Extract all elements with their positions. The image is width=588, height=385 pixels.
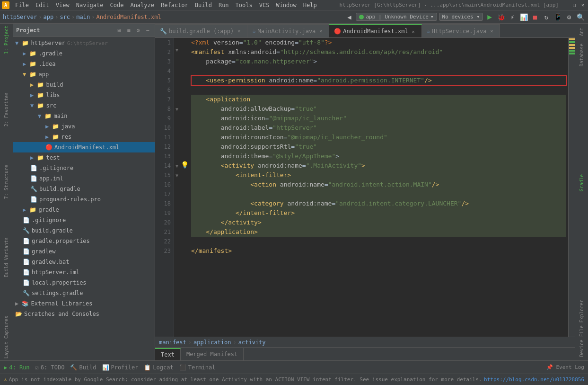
fold-application[interactable]: ▼: [174, 104, 180, 114]
tree-item-androidmanifest[interactable]: 🔴 AndroidManifest.xml: [13, 142, 155, 152]
tree-item-build[interactable]: ▶ 📁 build: [13, 80, 155, 90]
tab-close-httpservice[interactable]: ✕: [488, 28, 495, 35]
database-panel-toggle[interactable]: Database: [575, 40, 588, 70]
sdk-manager-button[interactable]: ⚙: [564, 12, 574, 22]
tree-item-test[interactable]: ▶ 📁 test: [13, 152, 155, 163]
tab-close-build-gradle[interactable]: ✕: [236, 28, 242, 35]
logcat-button[interactable]: 📋 Logcat: [144, 364, 173, 371]
menu-edit[interactable]: Edit: [33, 1, 52, 9]
settings-icon[interactable]: ≡: [124, 26, 133, 35]
menu-window[interactable]: Window: [273, 1, 299, 9]
bulb-icon[interactable]: 💡: [181, 161, 189, 169]
tree-item-app-iml[interactable]: 📄 app.iml: [13, 173, 155, 184]
tree-item-gradle-folder[interactable]: ▶ 📁 gradle: [13, 205, 155, 215]
menu-help[interactable]: Help: [300, 1, 320, 9]
menu-vcs[interactable]: VCS: [256, 1, 272, 9]
tree-item-app-gitignore[interactable]: 📄 .gitignore: [13, 163, 155, 173]
scrollbar-right[interactable]: [568, 38, 575, 337]
tree-item-settingsgradle[interactable]: 🔧 settings.gradle: [13, 288, 155, 298]
device-selector[interactable]: No devices ▾: [439, 13, 483, 21]
tree-item-libs[interactable]: ▶ 📁 libs: [13, 90, 155, 100]
close-button[interactable]: ✕: [579, 2, 586, 9]
sync-button[interactable]: ↻: [542, 12, 551, 22]
project-panel-toggle[interactable]: 1: Project: [0, 24, 13, 56]
menu-analyze[interactable]: Analyze: [127, 1, 157, 9]
code-content[interactable]: <?xml version="1.0" encoding="utf-8"?> <…: [189, 38, 568, 337]
tab-close-androidmanifest[interactable]: ✕: [410, 28, 417, 35]
menu-build[interactable]: Build: [192, 1, 215, 9]
tab-close-mainactivity[interactable]: ✕: [317, 28, 324, 35]
tree-item-localprops[interactable]: 📄 local.properties: [13, 278, 155, 288]
menu-view[interactable]: View: [53, 1, 72, 9]
tree-item-java[interactable]: ▶ 📁 java: [13, 121, 155, 132]
todo-button[interactable]: ☑ 6: TODO: [35, 364, 65, 371]
tab-httpservice[interactable]: ☕ HttpService.java ✕: [422, 24, 500, 37]
fold-intent-filter[interactable]: ▼: [174, 170, 180, 180]
minimize-panel-icon[interactable]: −: [143, 26, 152, 35]
menu-tools[interactable]: Tools: [233, 1, 255, 9]
tree-item-proguard[interactable]: 📄 proguard-rules.pro: [13, 194, 155, 205]
run-status-button[interactable]: ▶ 4: Run: [4, 364, 30, 371]
tree-item-app[interactable]: ▼ 📁 app: [13, 69, 155, 80]
profiler-button[interactable]: 📊 Profiler: [102, 364, 139, 371]
debug-button[interactable]: 🐞: [496, 12, 506, 22]
tree-item-httpserveriml[interactable]: 📄 httpServer.iml: [13, 267, 155, 278]
tree-item-external-libs[interactable]: ▶ 📚 External Libraries: [13, 298, 155, 309]
breadcrumb-src[interactable]: src: [60, 14, 70, 20]
tab-androidmanifest[interactable]: 🔴 AndroidManifest.xml ✕: [329, 24, 421, 37]
search-button[interactable]: 🔍: [576, 12, 585, 22]
structure-panel-toggle[interactable]: 7: Structure: [0, 163, 13, 201]
breadcrumb-manifest[interactable]: AndroidManifest.xml: [96, 14, 161, 20]
menu-run[interactable]: Run: [216, 1, 232, 9]
tree-root-httpserver[interactable]: ▼ 📁 httpServer G:\httpServer: [13, 38, 155, 48]
fold-manifest[interactable]: ▼: [174, 47, 180, 66]
menu-code[interactable]: Code: [107, 1, 127, 9]
tree-item-gradleprops[interactable]: 📄 gradle.properties: [13, 236, 155, 246]
tree-item-src[interactable]: ▼ 📁 src: [13, 100, 155, 111]
tree-item-res[interactable]: ▶ 📁 res: [13, 132, 155, 142]
avd-manager-button[interactable]: 📱: [553, 12, 562, 22]
gradle-panel-toggle[interactable]: Gradle: [575, 170, 588, 195]
breadcrumb-httpserver[interactable]: httpServer: [3, 14, 37, 20]
event-log-button[interactable]: 📌 Event Log: [546, 364, 584, 370]
tree-item-main[interactable]: ▼ 📁 main: [13, 111, 155, 121]
maximize-button[interactable]: □: [571, 2, 578, 9]
bottom-breadcrumb-activity[interactable]: activity: [238, 339, 266, 346]
tab-text[interactable]: Text: [155, 348, 181, 360]
build-variants-toggle[interactable]: Build Variants: [0, 235, 13, 279]
menu-refactor[interactable]: Refactor: [158, 1, 191, 9]
tree-item-gradlew[interactable]: 📄 gradlew: [13, 246, 155, 257]
nav-back-icon[interactable]: ◀: [344, 12, 354, 22]
bottom-breadcrumb-application[interactable]: application: [193, 339, 231, 346]
tab-mainactivity[interactable]: ☕ MainActivity.java ✕: [247, 24, 329, 37]
menu-navigate[interactable]: Navigate: [73, 1, 106, 9]
bottom-breadcrumb-manifest[interactable]: manifest: [159, 339, 186, 346]
device-file-explorer-toggle[interactable]: Device File Explorer: [575, 296, 588, 360]
tree-item-gradlewbat[interactable]: 📄 gradlew.bat: [13, 257, 155, 267]
favorites-panel-toggle[interactable]: 2: Favorites: [0, 90, 13, 128]
tree-item-root-buildgradle[interactable]: 🔧 build.gradle: [13, 225, 155, 236]
fold-activity[interactable]: ▼: [174, 161, 180, 170]
sync-icon[interactable]: ⊞: [115, 26, 123, 35]
tree-item-app-buildgradle[interactable]: 🔧 build.gradle: [13, 184, 155, 194]
menu-file[interactable]: File: [12, 1, 32, 9]
run-config-selector[interactable]: app | Unknown Device ▾: [356, 13, 437, 21]
ant-panel-toggle[interactable]: Ant: [575, 24, 588, 40]
blog-link[interactable]: https://blog.csdn.net/u013728856: [484, 376, 584, 383]
run-with-coverage-button[interactable]: ⚡: [508, 12, 517, 22]
tree-item-root-gitignore[interactable]: 📄 .gitignore: [13, 215, 155, 225]
stop-button[interactable]: ■: [530, 12, 540, 22]
profile-button[interactable]: 📊: [519, 12, 528, 22]
tree-item-gradle-hidden[interactable]: ▶ 📁 .gradle: [13, 48, 155, 59]
tree-item-idea[interactable]: ▶ 📁 .idea: [13, 59, 155, 69]
terminal-button[interactable]: ⬛ Terminal: [179, 364, 216, 371]
gear-icon[interactable]: ⚙: [134, 26, 142, 35]
layout-captures-toggle[interactable]: Layout Captures: [0, 314, 13, 360]
build-button[interactable]: 🔨 Build: [70, 364, 96, 371]
minimize-button[interactable]: ─: [562, 2, 569, 9]
breadcrumb-main[interactable]: main: [76, 14, 90, 20]
breadcrumb-app[interactable]: app: [43, 14, 53, 20]
tree-item-scratches[interactable]: 📂 Scratches and Consoles: [13, 309, 155, 319]
tab-merged-manifest[interactable]: Merged Manifest: [181, 348, 244, 360]
tab-build-gradle[interactable]: 🔧 build.gradle (:app) ✕: [155, 24, 247, 37]
